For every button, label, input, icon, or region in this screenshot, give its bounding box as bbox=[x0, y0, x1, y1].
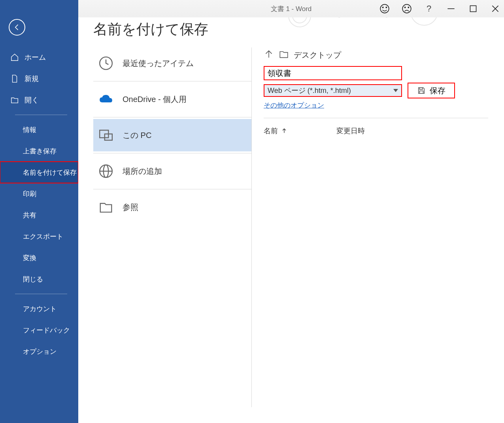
sidebar-item-label: 情報 bbox=[23, 125, 36, 134]
page-title: 名前を付けて保存 bbox=[93, 20, 251, 39]
location-label: OneDrive - 個人用 bbox=[123, 94, 187, 105]
sidebar-item-export[interactable]: エクスポート bbox=[0, 226, 78, 247]
location-browse[interactable]: 参照 bbox=[93, 191, 251, 223]
sidebar-item-info[interactable]: 情報 bbox=[0, 119, 78, 140]
folder-icon bbox=[97, 198, 115, 216]
separator bbox=[15, 294, 67, 294]
file-list-headers: 名前 変更日時 bbox=[264, 126, 488, 136]
folder-open-icon bbox=[10, 96, 19, 104]
sidebar-item-close[interactable]: 閉じる bbox=[0, 268, 78, 290]
this-pc-icon bbox=[97, 127, 115, 144]
sidebar-item-open[interactable]: 開く bbox=[0, 89, 78, 111]
save-button-label: 保存 bbox=[430, 85, 445, 96]
onedrive-icon bbox=[97, 91, 115, 108]
svg-rect-29 bbox=[419, 91, 423, 93]
save-icon bbox=[417, 86, 426, 95]
sidebar-item-label: 上書き保存 bbox=[23, 147, 57, 156]
separator bbox=[93, 189, 251, 189]
separator bbox=[93, 153, 251, 153]
save-button[interactable]: 保存 bbox=[408, 83, 455, 98]
clock-icon bbox=[97, 55, 115, 72]
separator bbox=[93, 81, 251, 81]
sidebar-item-options[interactable]: オプション bbox=[0, 341, 78, 362]
header-name[interactable]: 名前 bbox=[264, 126, 336, 136]
location-this-pc[interactable]: この PC bbox=[93, 119, 251, 151]
separator bbox=[93, 117, 251, 117]
sort-asc-icon bbox=[281, 128, 287, 134]
sidebar-item-label: 印刷 bbox=[23, 189, 36, 198]
location-recent[interactable]: 最近使ったアイテム bbox=[93, 47, 251, 79]
sidebar-item-label: 閉じる bbox=[23, 275, 43, 284]
header-modified-label: 変更日時 bbox=[336, 127, 365, 135]
header-modified[interactable]: 変更日時 bbox=[336, 126, 365, 136]
up-arrow-icon[interactable] bbox=[264, 49, 274, 61]
home-icon bbox=[10, 53, 19, 62]
sidebar-item-label: 変換 bbox=[23, 253, 36, 262]
sidebar-item-convert[interactable]: 変換 bbox=[0, 247, 78, 268]
back-button[interactable] bbox=[9, 19, 25, 36]
sidebar-item-label: アカウント bbox=[23, 304, 57, 313]
location-label: この PC bbox=[123, 130, 151, 141]
separator bbox=[264, 118, 488, 118]
save-details-column: デスクトップ Web ページ (*.htm, *.html) 保存 その他のオプ… bbox=[252, 0, 504, 423]
location-label: 最近使ったアイテム bbox=[123, 58, 194, 69]
globe-plus-icon bbox=[97, 162, 115, 180]
sidebar-item-label: エクスポート bbox=[23, 232, 63, 241]
filename-input[interactable] bbox=[264, 66, 402, 80]
document-icon bbox=[10, 74, 19, 83]
svg-rect-28 bbox=[419, 88, 422, 90]
location-label: 参照 bbox=[123, 202, 138, 213]
file-format-select[interactable]: Web ページ (*.htm, *.html) bbox=[264, 84, 402, 97]
sidebar-item-label: 開く bbox=[25, 95, 39, 105]
sidebar-item-account[interactable]: アカウント bbox=[0, 298, 78, 319]
location-label: 場所の追加 bbox=[123, 166, 162, 177]
sidebar-item-label: 新規 bbox=[25, 74, 39, 83]
separator bbox=[15, 115, 67, 115]
backstage-sidebar: ホーム 新規 開く 情報 上書き保存 名前を付けて保存 印刷 共有 エクスポート… bbox=[0, 0, 78, 423]
file-format-label: Web ページ (*.htm, *.html) bbox=[268, 86, 351, 95]
sidebar-item-label: 名前を付けて保存 bbox=[23, 168, 77, 177]
location-onedrive[interactable]: OneDrive - 個人用 bbox=[93, 83, 251, 115]
header-name-label: 名前 bbox=[264, 126, 278, 136]
folder-icon bbox=[279, 49, 289, 61]
chevron-down-icon bbox=[393, 89, 398, 92]
arrow-left-icon bbox=[13, 23, 21, 31]
sidebar-item-feedback[interactable]: フィードバック bbox=[0, 319, 78, 341]
path-label: デスクトップ bbox=[294, 50, 341, 60]
save-locations-column: 名前を付けて保存 最近使ったアイテム OneDrive - 個人用 この PC … bbox=[78, 0, 251, 423]
main-panel: 文書 1 - Word ? 名前を付けて保存 最近使ったアイテム bbox=[78, 0, 504, 423]
sidebar-item-print[interactable]: 印刷 bbox=[0, 183, 78, 204]
sidebar-item-label: オプション bbox=[23, 347, 57, 356]
sidebar-item-label: ホーム bbox=[25, 53, 46, 62]
sidebar-item-label: フィードバック bbox=[23, 326, 70, 335]
sidebar-item-save[interactable]: 上書き保存 bbox=[0, 140, 78, 162]
sidebar-item-home[interactable]: ホーム bbox=[0, 47, 78, 68]
current-path: デスクトップ bbox=[264, 49, 488, 61]
sidebar-item-share[interactable]: 共有 bbox=[0, 204, 78, 226]
sidebar-item-label: 共有 bbox=[23, 211, 36, 220]
sidebar-item-new[interactable]: 新規 bbox=[0, 68, 78, 89]
sidebar-item-save-as[interactable]: 名前を付けて保存 bbox=[0, 162, 78, 183]
more-options-link[interactable]: その他のオプション bbox=[264, 101, 324, 110]
location-add-place[interactable]: 場所の追加 bbox=[93, 155, 251, 187]
